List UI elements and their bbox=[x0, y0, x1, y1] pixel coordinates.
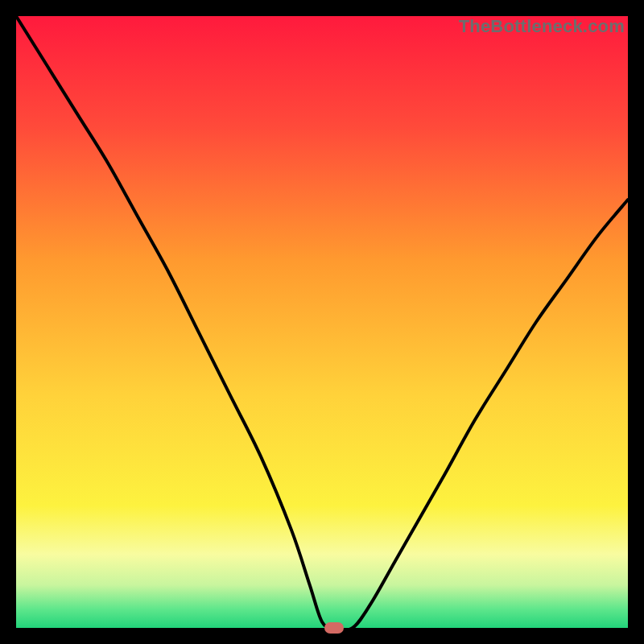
chart-frame: TheBottleneck.com bbox=[0, 0, 644, 644]
watermark-text: TheBottleneck.com bbox=[459, 16, 625, 37]
optimal-point-marker bbox=[324, 622, 344, 634]
plot-area: TheBottleneck.com bbox=[16, 16, 628, 628]
bottleneck-curve bbox=[16, 16, 628, 628]
curve-layer bbox=[16, 16, 628, 628]
